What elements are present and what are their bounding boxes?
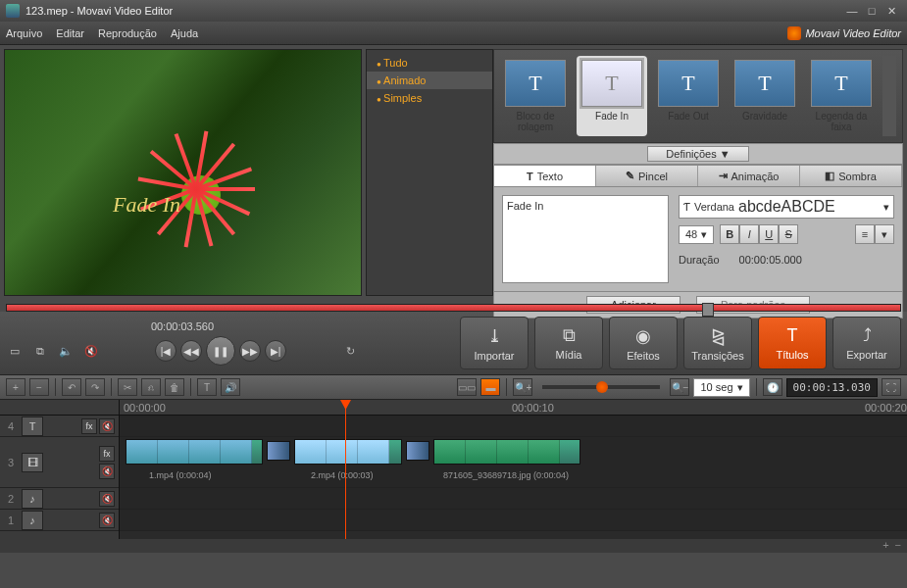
tool-delete[interactable]: 🗑 <box>165 378 184 396</box>
main-tab-effects[interactable]: ◉Efeitos <box>609 317 678 369</box>
definitions-toggle[interactable]: Definições ▼ <box>647 146 748 162</box>
font-selector[interactable]: Ƭ Verdana abcdeABCDE ▾ <box>679 195 894 219</box>
strike-button[interactable]: S <box>779 224 798 244</box>
tool-add[interactable]: + <box>6 378 25 396</box>
playhead[interactable] <box>345 400 346 539</box>
underline-button[interactable]: U <box>759 224 779 244</box>
definitions-bar: Definições ▼ <box>493 143 903 165</box>
loop-icon[interactable]: ↻ <box>341 342 359 360</box>
preview-title-overlay: Fade In <box>113 192 180 218</box>
tab-text[interactable]: TTexto <box>494 166 596 186</box>
title-text-input[interactable]: Fade In <box>502 195 669 283</box>
zoom-level-select[interactable]: 10 seg ▾ <box>693 378 749 397</box>
tool-text[interactable]: T <box>197 378 217 396</box>
font-icon: Ƭ <box>683 201 690 214</box>
tool-undo[interactable]: ↶ <box>62 378 81 396</box>
tab-brush[interactable]: ✎Pincel <box>596 166 698 186</box>
category-all[interactable]: Tudo <box>367 54 492 72</box>
main-tab-export[interactable]: ⤴Exportar <box>832 317 901 369</box>
tab-animation[interactable]: ⇥Animação <box>698 166 800 186</box>
preset-bloco-rolagem[interactable]: TBloco de rolagem <box>500 56 571 136</box>
goto-end-button[interactable]: ▶| <box>265 340 286 362</box>
view-storyboard[interactable]: ▭▭ <box>457 378 477 396</box>
media-icon: ⧉ <box>563 325 576 346</box>
next-frame-button[interactable]: ▶▶ <box>239 340 261 362</box>
zoom-slider[interactable] <box>542 385 660 389</box>
preset-legenda-faixa[interactable]: TLegenda da faixa <box>806 56 877 136</box>
export-icon: ⤴ <box>863 325 872 346</box>
add-track-icon[interactable]: + <box>882 539 888 553</box>
menu-play[interactable]: Reprodução <box>98 27 157 39</box>
goto-start-button[interactable]: |◀ <box>155 340 176 362</box>
track-fx-icon[interactable]: fx <box>81 418 97 434</box>
clip-2[interactable] <box>294 439 402 465</box>
transition-1[interactable] <box>267 441 290 461</box>
maximize-button[interactable]: □ <box>862 5 882 17</box>
transitions-icon: ⧎ <box>711 325 726 347</box>
preset-fade-out[interactable]: TFade Out <box>653 56 724 136</box>
category-animated[interactable]: Animado <box>367 72 492 89</box>
text-icon: T <box>527 171 533 182</box>
view-timeline[interactable]: ▬ <box>480 378 500 396</box>
main-tab-media[interactable]: ⧉Mídia <box>534 317 603 369</box>
prev-frame-button[interactable]: ◀◀ <box>180 340 202 362</box>
bold-button[interactable]: B <box>720 224 739 244</box>
zoom-out-button[interactable]: 🔍− <box>670 378 689 396</box>
timeline-ruler[interactable]: 00:00:00 00:00:10 00:00:20 <box>120 400 907 416</box>
preset-scrollbar[interactable] <box>882 56 896 136</box>
video-track[interactable]: 1.mp4 (0:00:04) 2.mp4 (0:00:03) 871605_9… <box>120 437 907 488</box>
clip-3[interactable] <box>433 439 580 465</box>
align-button[interactable]: ≡ <box>855 224 875 244</box>
preset-gravidade[interactable]: TGravidade <box>730 56 800 136</box>
tool-audio[interactable]: 🔊 <box>221 378 240 396</box>
timeline-total-time: 00:00:13.030 <box>786 378 878 397</box>
window-titlebar: 123.mep - Movavi Video Editor — □ ✕ <box>0 0 907 22</box>
transport-bar: 00:00:03.560 ▭ ⧉ 🔈 🔇 |◀ ◀◀ ❚❚ ▶▶ ▶| ↻ ⤓I… <box>0 312 907 374</box>
menu-edit[interactable]: Editar <box>56 27 84 39</box>
font-size-select[interactable]: 48 ▾ <box>679 225 714 244</box>
italic-button[interactable]: I <box>739 224 759 244</box>
brand-label: Movavi Video Editor <box>787 26 901 40</box>
main-tab-titles[interactable]: TTítulos <box>758 317 827 369</box>
fullscreen-icon[interactable]: ⛶ <box>882 378 901 396</box>
audio-track-1[interactable] <box>120 510 907 531</box>
tool-redo[interactable]: ↷ <box>85 378 105 396</box>
audio-track-icon: ♪ <box>22 511 43 530</box>
track-mute-icon[interactable]: 🔇 <box>99 464 115 479</box>
audio-track-icon: ♪ <box>22 489 43 509</box>
tab-shadow[interactable]: ◧Sombra <box>800 166 902 186</box>
track-fx-icon[interactable]: fx <box>99 446 115 462</box>
duration-label: Duração <box>679 254 720 266</box>
crop-icon[interactable]: ⧉ <box>31 342 49 360</box>
track-mute-icon[interactable]: 🔇 <box>99 418 115 434</box>
preview-flower-graphic <box>123 128 270 246</box>
transition-2[interactable] <box>406 441 429 461</box>
timeline-tracks-area[interactable]: 00:00:00 00:00:10 00:00:20 1.mp4 (0:00:0… <box>120 400 907 539</box>
play-pause-button[interactable]: ❚❚ <box>206 336 235 366</box>
align-dropdown[interactable]: ▾ <box>875 224 894 244</box>
zoom-in-button[interactable]: 🔍+ <box>513 378 532 396</box>
close-button[interactable]: ✕ <box>882 5 901 18</box>
tool-cut[interactable]: ✂ <box>118 378 137 396</box>
menu-help[interactable]: Ajuda <box>171 27 198 39</box>
brand-icon <box>787 26 801 40</box>
property-tabs: TTexto ✎Pincel ⇥Animação ◧Sombra <box>493 165 903 187</box>
title-track[interactable] <box>120 416 907 437</box>
monitor-icon[interactable]: ▭ <box>6 342 24 360</box>
clock-icon[interactable]: 🕐 <box>763 378 782 396</box>
menu-file[interactable]: Arquivo <box>6 27 42 39</box>
tool-split[interactable]: ⎌ <box>141 378 161 396</box>
main-tab-import[interactable]: ⤓Importar <box>460 317 529 369</box>
category-simple[interactable]: Simples <box>367 89 492 107</box>
remove-track-icon[interactable]: − <box>895 539 901 553</box>
minimize-button[interactable]: — <box>842 5 862 17</box>
clip-1[interactable] <box>126 439 263 465</box>
tool-remove[interactable]: − <box>29 378 49 396</box>
volume-icon[interactable]: 🔈 <box>57 342 75 360</box>
audio-track-2[interactable] <box>120 488 907 510</box>
scrub-bar[interactable] <box>6 304 901 312</box>
duration-value: 00:00:05.000 <box>739 254 802 266</box>
main-tab-transitions[interactable]: ⧎Transições <box>683 317 752 369</box>
mute-icon[interactable]: 🔇 <box>82 342 100 360</box>
preset-fade-in[interactable]: TFade In <box>577 56 647 136</box>
